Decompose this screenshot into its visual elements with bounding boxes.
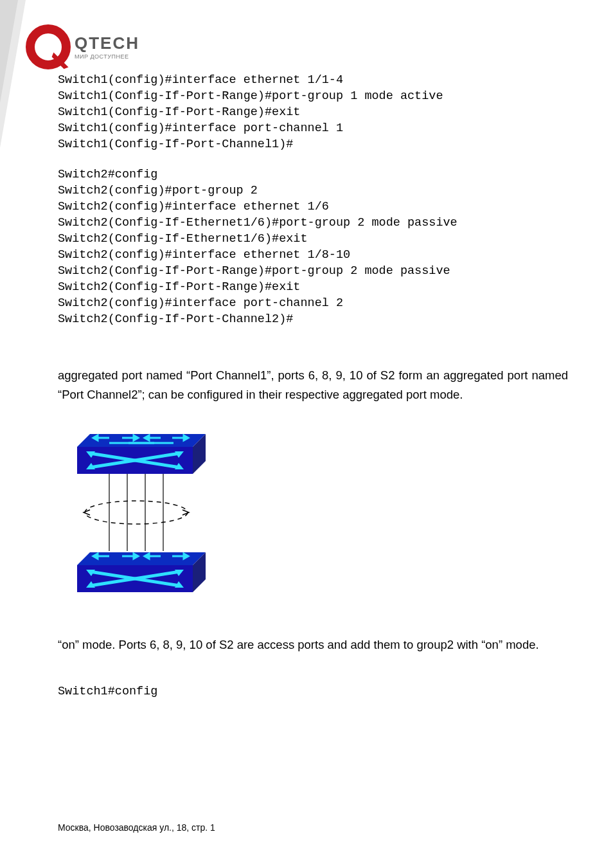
svg-point-27 (85, 501, 188, 524)
logo-tagline: МИР ДОСТУПНЕЕ (75, 53, 139, 60)
logo-text: QTECH МИР ДОСТУПНЕЕ (75, 35, 139, 60)
code-block-2: Switch2#config Switch2(config)#port-grou… (58, 167, 568, 327)
paragraph-1: aggregated port named “Port Channel1”, p… (58, 366, 568, 404)
page: QTECH МИР ДОСТУПНЕЕ Switch1(config)#inte… (0, 0, 613, 868)
footer-address: Москва, Новозаводская ул., 18, стр. 1 (58, 822, 215, 833)
svg-marker-0 (0, 0, 26, 148)
logo-mark-icon (26, 24, 71, 69)
code-block-1: Switch1(config)#interface ethernet 1/1-4… (58, 72, 568, 152)
logo: QTECH МИР ДОСТУПНЕЕ (26, 24, 139, 69)
code-block-3: Switch1#config (58, 683, 568, 700)
paragraph-2: “on” mode. Ports 6, 8, 9, 10 of S2 are a… (58, 635, 568, 655)
svg-marker-1 (0, 0, 18, 103)
content-area: Switch1(config)#interface ethernet 1/1-4… (58, 72, 568, 711)
logo-brand: QTECH (75, 35, 139, 51)
switch-diagram-icon (64, 430, 225, 597)
network-diagram (64, 430, 568, 600)
